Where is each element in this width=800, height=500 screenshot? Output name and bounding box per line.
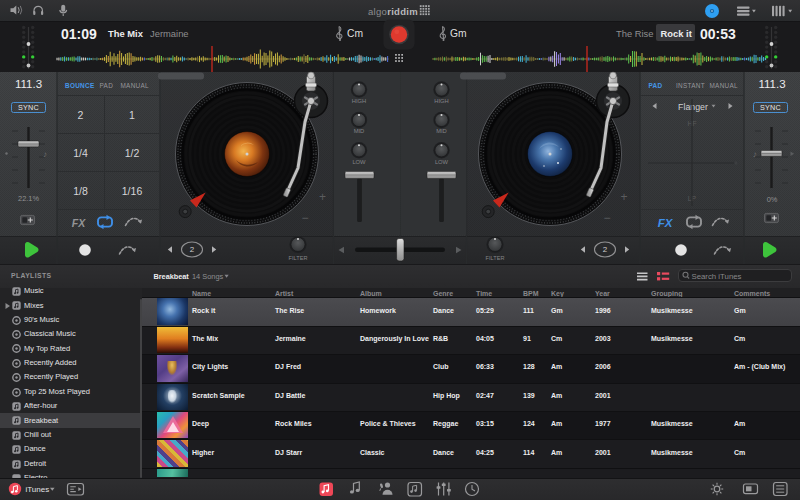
svg-text:FILTER: FILTER <box>486 255 505 261</box>
svg-text:♪: ♪ <box>753 149 757 159</box>
svg-text:♪: ♪ <box>43 149 47 159</box>
svg-text:MID: MID <box>354 128 365 134</box>
svg-text:+: + <box>319 190 326 204</box>
svg-text:+: + <box>620 190 627 204</box>
svg-text:FX: FX <box>72 217 86 229</box>
svg-text:LOW: LOW <box>435 159 449 165</box>
svg-text:FX: FX <box>658 217 674 229</box>
svg-text:HIGH: HIGH <box>434 98 449 104</box>
svg-text:MID: MID <box>436 128 447 134</box>
svg-text:2: 2 <box>603 245 608 254</box>
svg-text:LOW: LOW <box>352 159 366 165</box>
svg-text:HIGH: HIGH <box>352 98 367 104</box>
svg-text:−: − <box>301 211 308 225</box>
svg-text:2: 2 <box>190 245 195 254</box>
svg-text:−: − <box>603 211 610 225</box>
svg-text:FILTER: FILTER <box>289 255 308 261</box>
